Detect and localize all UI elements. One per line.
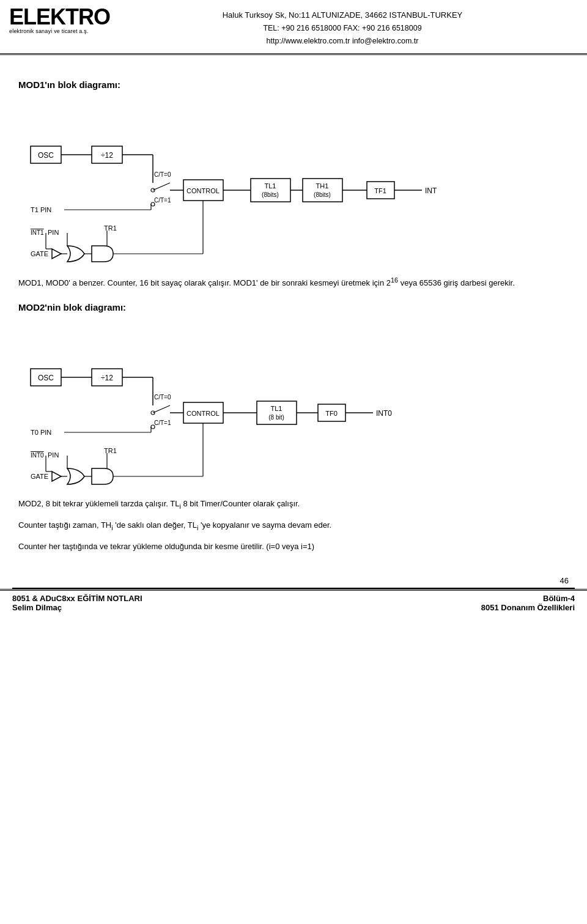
svg-text:CONTROL: CONTROL bbox=[186, 187, 220, 194]
footer-right-col1: Bölüm-4 bbox=[481, 594, 575, 603]
main-content: MOD1'ın blok diagramı: OSC ÷12 C/T=0 C/T… bbox=[0, 55, 587, 573]
svg-text:TR1: TR1 bbox=[104, 224, 117, 232]
svg-point-11 bbox=[151, 202, 155, 206]
mod2-text3: Counter her taştığında ve tekrar yükleme… bbox=[18, 541, 569, 553]
svg-text:C/T=0: C/T=0 bbox=[154, 394, 171, 401]
mod2-svg: OSC ÷12 C/T=0 C/T=1 T0 PIN CO bbox=[18, 320, 556, 485]
mod2-text2: Counter taştığı zaman, THi 'de saklı ola… bbox=[18, 519, 569, 533]
footer-left: 8051 & ADuC8xx EĞİTİM NOTLARI Selim Dilm… bbox=[12, 594, 142, 612]
svg-text:C/T=1: C/T=1 bbox=[154, 419, 171, 426]
svg-marker-35 bbox=[52, 249, 61, 259]
svg-text:(8bits): (8bits) bbox=[314, 191, 331, 198]
header-tel: TEL: +90 216 6518000 FAX: +90 216 651800… bbox=[110, 22, 575, 35]
svg-text:INT0: INT0 bbox=[376, 409, 392, 418]
svg-text:C/T=1: C/T=1 bbox=[154, 197, 171, 204]
svg-text:(8bits): (8bits) bbox=[262, 191, 279, 198]
header-web: http://www.elektro.com.tr info@elektro.c… bbox=[110, 35, 575, 48]
header-contact: Haluk Turksoy Sk, No:11 ALTUNIZADE, 3466… bbox=[110, 6, 575, 48]
mod1-text1: MOD1, MOD0' a benzer. Counter, 16 bit sa… bbox=[18, 275, 569, 290]
header-address: Haluk Turksoy Sk, No:11 ALTUNIZADE, 3466… bbox=[110, 9, 575, 22]
svg-text:INT: INT bbox=[425, 187, 437, 195]
svg-text:(8 bit): (8 bit) bbox=[268, 414, 284, 421]
mod1-title: MOD1'ın blok diagramı: bbox=[18, 79, 569, 90]
mod2-title: MOD2'nin blok diagramı: bbox=[18, 302, 569, 312]
svg-text:T0 PIN: T0 PIN bbox=[31, 429, 51, 436]
mod2-diagram: OSC ÷12 C/T=0 C/T=1 T0 PIN CO bbox=[18, 320, 569, 487]
svg-line-9 bbox=[153, 183, 170, 190]
footer-right-col2: 8051 Donanım Özellikleri bbox=[481, 603, 575, 612]
mod1-svg: OSC ÷12 C/T=0 C/T=1 T1 PIN bbox=[18, 97, 556, 262]
header: ELEKTRO elektronik sanayi ve ticaret a.ş… bbox=[0, 0, 587, 55]
svg-text:C/T=0: C/T=0 bbox=[154, 171, 171, 178]
footer-right: Bölüm-4 8051 Donanım Özellikleri bbox=[481, 594, 575, 612]
svg-text:TF1: TF1 bbox=[374, 187, 386, 194]
svg-line-53 bbox=[153, 405, 170, 413]
svg-text:÷12: ÷12 bbox=[101, 374, 113, 382]
svg-text:TL1: TL1 bbox=[265, 182, 276, 190]
svg-text:TR1: TR1 bbox=[104, 447, 117, 454]
svg-text:÷12: ÷12 bbox=[101, 151, 113, 160]
svg-text:PIN: PIN bbox=[48, 229, 59, 236]
svg-text:TF0: TF0 bbox=[325, 410, 338, 417]
svg-text:GATE: GATE bbox=[31, 250, 48, 257]
logo-text: ELEKTRO bbox=[9, 6, 110, 28]
svg-text:OSC: OSC bbox=[38, 374, 54, 382]
svg-text:CONTROL: CONTROL bbox=[186, 410, 220, 417]
svg-point-55 bbox=[151, 425, 155, 429]
svg-text:TH1: TH1 bbox=[316, 182, 329, 190]
mod2-text1: MOD2, 8 bit tekrar yüklemeli tarzda çalı… bbox=[18, 498, 569, 512]
footer-bottom: 8051 & ADuC8xx EĞİTİM NOTLARI Selim Dilm… bbox=[0, 589, 587, 615]
svg-text:T1 PIN: T1 PIN bbox=[31, 206, 51, 213]
page-number: 46 bbox=[0, 572, 587, 588]
mod1-diagram: OSC ÷12 C/T=0 C/T=1 T1 PIN bbox=[18, 97, 569, 264]
svg-text:INT1: INT1 bbox=[31, 229, 44, 236]
svg-text:TL1: TL1 bbox=[271, 405, 282, 412]
svg-text:OSC: OSC bbox=[38, 151, 54, 160]
logo-area: ELEKTRO elektronik sanayi ve ticaret a.ş… bbox=[9, 6, 110, 34]
svg-text:PIN: PIN bbox=[48, 451, 59, 459]
footer-left-col2: Selim Dilmaç bbox=[12, 603, 142, 612]
svg-marker-75 bbox=[52, 471, 61, 481]
svg-text:GATE: GATE bbox=[31, 473, 48, 480]
footer-left-col1: 8051 & ADuC8xx EĞİTİM NOTLARI bbox=[12, 594, 142, 603]
svg-text:INT0: INT0 bbox=[31, 452, 44, 459]
